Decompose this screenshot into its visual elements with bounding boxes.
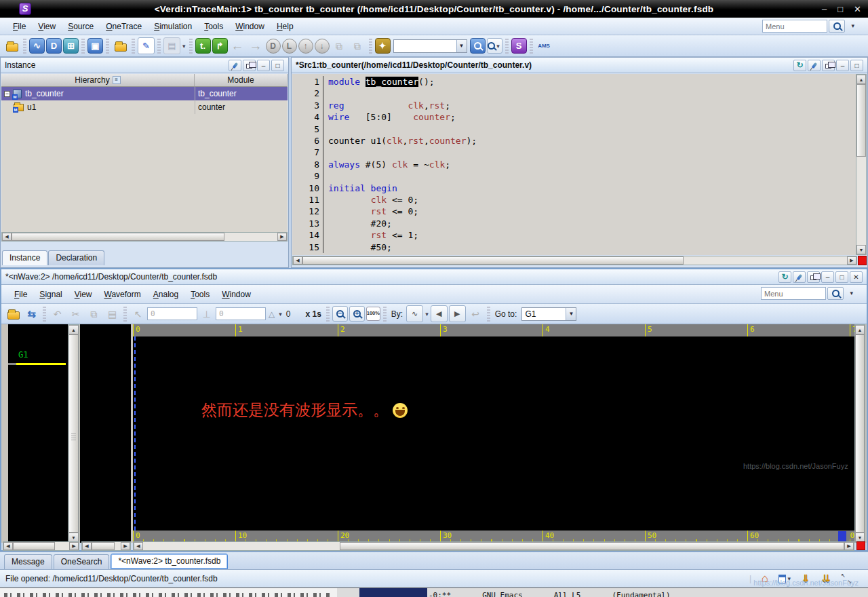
pin-button[interactable]	[229, 60, 241, 71]
menu-simulation[interactable]: Simulation	[148, 20, 198, 33]
scroll-left-icon[interactable]: ◀	[293, 256, 302, 265]
hierarchy-column-header[interactable]: Hierarchy ≡	[1, 74, 195, 86]
hierarchy-tree-icon[interactable]: ⊞	[63, 38, 79, 54]
prev-transition-icon[interactable]: ◀	[431, 305, 448, 322]
source-hscrollbar[interactable]: ◀ ▶	[292, 256, 857, 265]
dropdown-caret-icon[interactable]: ▾	[279, 311, 282, 317]
waveform-hscrollbar[interactable]: ◀ ▶	[133, 541, 854, 551]
menu-search-input[interactable]	[762, 20, 827, 33]
down-scope-icon[interactable]: ↓	[315, 39, 330, 54]
goto-combobox[interactable]: G1▼	[521, 307, 576, 321]
menu-tools[interactable]: Tools	[198, 20, 229, 33]
nwave-menu-tools[interactable]: Tools	[184, 288, 216, 301]
tree-row[interactable]: u1counter	[1, 100, 288, 114]
new-schematic-icon[interactable]: D	[46, 38, 62, 54]
menu-source[interactable]: Source	[62, 20, 100, 33]
select-cursor-icon[interactable]: ↖	[130, 305, 146, 322]
nwave-maximize-button[interactable]: □	[835, 271, 848, 283]
nwave-menu-view[interactable]: View	[68, 288, 98, 301]
waveform-body[interactable]: 然而还是没有波形显示。。 https://blog.csdn.net/Jason…	[133, 336, 856, 531]
menu-search-button[interactable]	[829, 20, 845, 33]
resize-corner[interactable]	[856, 541, 865, 550]
menu-help[interactable]: Help	[271, 20, 300, 33]
copy-icon[interactable]: ⧉	[85, 305, 102, 322]
link-parent-icon[interactable]: ⧉	[349, 37, 366, 54]
open-database-icon[interactable]	[3, 37, 20, 54]
restore-button[interactable]	[807, 271, 820, 283]
sync-button[interactable]: ↻	[778, 271, 791, 283]
scroll-right-icon[interactable]: ▶	[69, 542, 79, 550]
chevron-down-icon[interactable]: ▼	[566, 308, 576, 320]
source-code-view[interactable]: 1module tb_counter();23reg clk,rst;4wire…	[292, 74, 856, 255]
sort-icon[interactable]: ≡	[113, 76, 121, 84]
scroll-right-icon[interactable]: ▶	[844, 542, 854, 550]
time-cursor[interactable]	[134, 336, 136, 531]
instance-tree[interactable]: −tb_countertb_counteru1counter	[1, 87, 288, 232]
back-icon[interactable]: ←	[229, 37, 246, 54]
scroll-up-icon[interactable]: ▲	[68, 325, 79, 334]
scroll-down-icon[interactable]: ▼	[68, 533, 79, 542]
advanced-search-icon[interactable]: ▾	[487, 38, 502, 54]
nwave-menu-search-caret-icon[interactable]: ▾	[850, 290, 853, 296]
nwave-menu-waveform[interactable]: Waveform	[98, 288, 147, 301]
reload-files-icon[interactable]: ▤	[163, 37, 180, 54]
zoom-in-icon[interactable]	[349, 306, 365, 322]
undo-icon[interactable]: ↶	[49, 305, 66, 322]
bottom-tab[interactable]: Message	[4, 554, 52, 569]
link-child-icon[interactable]: ⧉	[331, 37, 348, 54]
waveform-vscrollbar[interactable]: ▲ ▼	[854, 324, 865, 543]
paste-icon[interactable]: ▤	[104, 305, 121, 322]
scroll-right-icon[interactable]: ▶	[277, 233, 287, 241]
trace-driver-icon[interactable]: ↱	[212, 38, 228, 54]
load-icon[interactable]: L	[282, 39, 297, 54]
menu-file[interactable]: File	[7, 20, 32, 33]
cut-icon[interactable]: ✂	[67, 305, 84, 322]
scroll-left-icon[interactable]: ◀	[134, 542, 143, 550]
open-file-icon[interactable]	[5, 305, 22, 322]
bottom-tab[interactable]: OneSearch	[54, 554, 110, 569]
nwave-close-button[interactable]: ✕	[850, 271, 863, 283]
scroll-up-icon[interactable]: ▲	[855, 325, 865, 334]
names-vscrollbar[interactable]: ▲ ▼	[68, 324, 79, 543]
panel-maximize-button[interactable]: □	[271, 60, 284, 71]
zoom-100-icon[interactable]: 100%	[366, 307, 380, 321]
scroll-down-icon[interactable]: ▼	[856, 245, 866, 254]
tree-row[interactable]: −tb_countertb_counter	[1, 87, 288, 100]
scroll-down-icon[interactable]: ▼	[855, 533, 865, 542]
cursor-time-input[interactable]	[147, 307, 197, 320]
trace-load-icon[interactable]: t.	[195, 38, 211, 54]
search-combobox[interactable]: ▼	[393, 39, 467, 53]
scroll-left-icon[interactable]: ◀	[2, 233, 12, 241]
resize-corner[interactable]	[858, 256, 867, 265]
scroll-left-icon[interactable]: ◀	[82, 542, 92, 550]
last-view-icon[interactable]: ↩	[467, 305, 484, 322]
nwave-menu-file[interactable]: File	[8, 288, 33, 301]
names-hscrollbar[interactable]: ◀ ▶	[3, 541, 79, 551]
driver-icon[interactable]: D	[266, 39, 281, 54]
pin-button[interactable]	[793, 271, 806, 283]
instance-hscrollbar[interactable]: ◀ ▶	[1, 232, 288, 242]
nschema-view-icon[interactable]: ▣	[87, 38, 103, 54]
next-transition-icon[interactable]: ▶	[449, 305, 466, 322]
nwave-menu-search-button[interactable]	[827, 287, 844, 300]
stamp-icon[interactable]: ⊥	[198, 305, 215, 322]
forward-icon[interactable]: →	[248, 37, 264, 54]
edit-source-icon[interactable]: ✎	[138, 37, 155, 54]
menu-view[interactable]: View	[32, 20, 62, 33]
close-button[interactable]: ✕	[854, 4, 861, 14]
menu-onetrace[interactable]: OneTrace	[100, 20, 148, 33]
bookmark-icon[interactable]: ✦	[375, 38, 391, 54]
up-scope-icon[interactable]: ↑	[298, 39, 313, 54]
maximize-button[interactable]: □	[837, 4, 843, 14]
apps-icon[interactable]: S	[511, 38, 527, 54]
get-signals-icon[interactable]: ⇆	[23, 305, 40, 322]
pin-button[interactable]	[808, 60, 821, 71]
marker-time-input[interactable]	[216, 307, 266, 320]
nwave-menu-signal[interactable]: Signal	[33, 288, 68, 301]
chevron-down-icon[interactable]: ▼	[456, 40, 467, 52]
nwave-menu-search-input[interactable]	[761, 287, 826, 300]
ams-icon[interactable]: AMS	[536, 37, 553, 54]
tab-declaration[interactable]: Declaration	[48, 250, 104, 265]
restore-button[interactable]	[243, 60, 256, 71]
new-waveform-icon[interactable]: ∿	[29, 38, 45, 54]
